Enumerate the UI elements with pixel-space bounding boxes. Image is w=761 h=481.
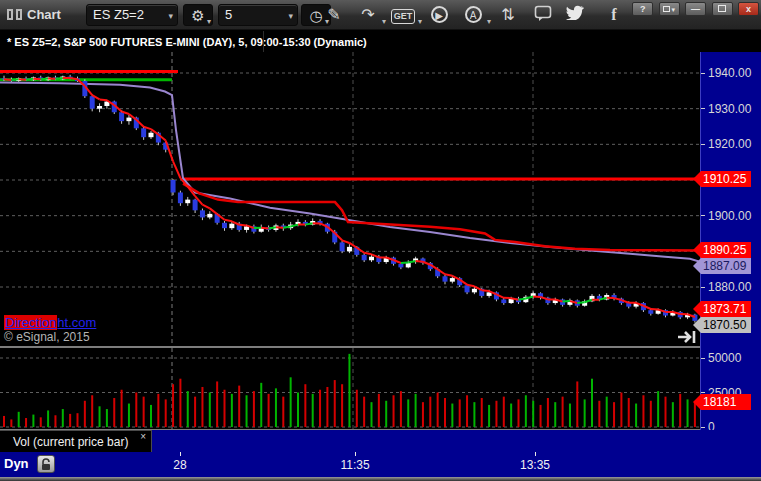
- swap-arrows-icon: ⇅: [501, 6, 514, 23]
- axis-tick: [701, 427, 705, 428]
- chevron-down-icon: ▾: [418, 17, 422, 26]
- axis-tick: [701, 392, 705, 393]
- price-axis-label: 1880.00: [708, 280, 751, 294]
- watermark-link[interactable]: Directionht.com: [4, 315, 96, 330]
- tab-row-fill: [152, 430, 761, 452]
- chevron-down-icon: ▾: [288, 6, 293, 26]
- tag-value: 1887.09: [701, 258, 751, 274]
- volume-tab-label: Vol (current price bar): [13, 435, 128, 449]
- pencil-icon: ✎: [327, 6, 340, 23]
- tag-arrow: [693, 242, 701, 258]
- chevron-down-icon: ▾: [671, 6, 675, 13]
- indicator-tab-row: Vol (current price bar) ×: [0, 430, 761, 452]
- curved-arrow-icon: ↷: [361, 6, 374, 23]
- axis-tick: [701, 358, 705, 359]
- window-bottom-edge: [0, 477, 761, 481]
- dyn-mode-label: Dyn: [4, 456, 29, 471]
- fast-ma-line: [4, 78, 695, 317]
- stepped-stop-line: [183, 184, 700, 251]
- axis-tick: [701, 215, 705, 216]
- axis-tick: [701, 73, 705, 74]
- chevron-down-icon: ▾: [382, 17, 386, 26]
- chat-button[interactable]: [531, 5, 555, 25]
- tag-value: 1873.71: [701, 301, 751, 317]
- time-axis-tick: [355, 452, 356, 456]
- interval-value: 5: [225, 7, 232, 22]
- price-axis-label: 1900.00: [708, 209, 751, 223]
- price-tag: 1887.09: [693, 258, 751, 274]
- copyright-label: © eSignal, 2015: [4, 330, 90, 344]
- volume-pane[interactable]: [0, 348, 700, 430]
- tag-value: 1910.25: [701, 171, 751, 187]
- time-axis-tick: [180, 452, 181, 456]
- price-axis-label: 1920.00: [708, 137, 751, 151]
- time-axis-tick: [535, 452, 536, 456]
- candles-layer: [2, 75, 698, 323]
- facebook-icon: f: [611, 6, 616, 23]
- jump-to-end-button[interactable]: [676, 328, 700, 346]
- tag-arrow: [693, 258, 701, 274]
- purple-ma-line: [0, 83, 700, 262]
- refresh-button[interactable]: ⇅: [496, 5, 520, 25]
- replay-button[interactable]: ▶: [427, 5, 451, 25]
- auto-trade-button[interactable]: A ▾: [461, 5, 485, 25]
- time-axis-label: 11:35: [340, 458, 369, 472]
- axis-tick: [701, 108, 705, 109]
- lock-button[interactable]: [37, 455, 55, 473]
- axis-tick: [701, 287, 705, 288]
- tag-value: 1870.50: [701, 317, 751, 333]
- price-axis-label: 1940.00: [708, 66, 751, 80]
- watermark-suffix: ht.com: [57, 315, 96, 330]
- chevron-down-icon: ▾: [207, 17, 211, 26]
- facebook-button[interactable]: f: [602, 5, 626, 25]
- speech-bubble-icon: [534, 5, 552, 22]
- chart-title: * ES Z5=2, S&P 500 FUTURES E-MINI (DAY),…: [7, 36, 367, 48]
- settings-button[interactable]: ⚙ ▾: [183, 4, 213, 26]
- close-icon[interactable]: ×: [140, 431, 146, 442]
- axis-tick: [701, 144, 705, 145]
- price-tag: 1873.71: [693, 301, 751, 317]
- chart-header: * ES Z5=2, S&P 500 FUTURES E-MINI (DAY),…: [0, 31, 761, 52]
- symbol-combo[interactable]: ES Z5=2 ▾: [86, 4, 178, 26]
- draw-button[interactable]: ✎: [322, 5, 346, 25]
- price-gridlines: [0, 52, 700, 346]
- window-menu-icon[interactable]: [7, 9, 23, 21]
- get-data-button[interactable]: GET ▾: [390, 5, 416, 25]
- price-axis-label: 1930.00: [708, 102, 751, 116]
- window-title: Chart: [27, 7, 61, 22]
- price-axis[interactable]: 1940.001930.001920.001900.001880.0050000…: [700, 52, 761, 430]
- header-divider: [263, 31, 264, 52]
- time-axis-bar[interactable]: Dyn 2811:3513:35: [0, 452, 761, 477]
- time-axis-label: 13:35: [520, 458, 550, 472]
- unlock-icon: [40, 458, 52, 471]
- watermark-highlight: Direction: [4, 315, 57, 330]
- a-circle-icon: A: [465, 6, 482, 23]
- play-icon: ▶: [431, 6, 448, 23]
- tag-arrow: [693, 394, 701, 410]
- chevron-down-icon: ▾: [168, 6, 173, 26]
- twitter-button[interactable]: [563, 5, 587, 25]
- line-tools-button[interactable]: ↷ ▾: [356, 5, 380, 25]
- clock-icon: ◷: [309, 7, 322, 24]
- chevron-down-icon: ▾: [487, 17, 491, 26]
- volume-tab[interactable]: Vol (current price bar) ×: [0, 430, 152, 452]
- window-options-button[interactable]: ▾: [659, 2, 680, 16]
- help-button[interactable]: ?: [632, 2, 653, 16]
- level-lines: [0, 72, 700, 180]
- price-tag: 1870.50: [693, 317, 751, 333]
- maximize-button[interactable]: [712, 2, 733, 16]
- symbol-value: ES Z5=2: [93, 7, 144, 22]
- get-icon: GET: [391, 9, 416, 24]
- interval-combo[interactable]: 5 ▾: [218, 4, 298, 26]
- price-tag: 1890.25: [693, 242, 751, 258]
- volume-bars: [3, 354, 696, 427]
- tag-value: 18181: [701, 394, 751, 410]
- chart-window: Chart ES Z5=2 ▾ ⚙ ▾ 5 ▾ ◷ ▾ ✎ ↷ ▾ GET ▾: [0, 0, 761, 481]
- price-pane[interactable]: [0, 52, 700, 346]
- volume-axis-label: 50000: [708, 351, 741, 365]
- tag-value: 1890.25: [701, 242, 751, 258]
- tag-arrow: [693, 171, 701, 187]
- time-axis-label: 28: [173, 458, 186, 472]
- minimize-button[interactable]: —: [685, 2, 706, 16]
- close-button[interactable]: x: [738, 2, 759, 16]
